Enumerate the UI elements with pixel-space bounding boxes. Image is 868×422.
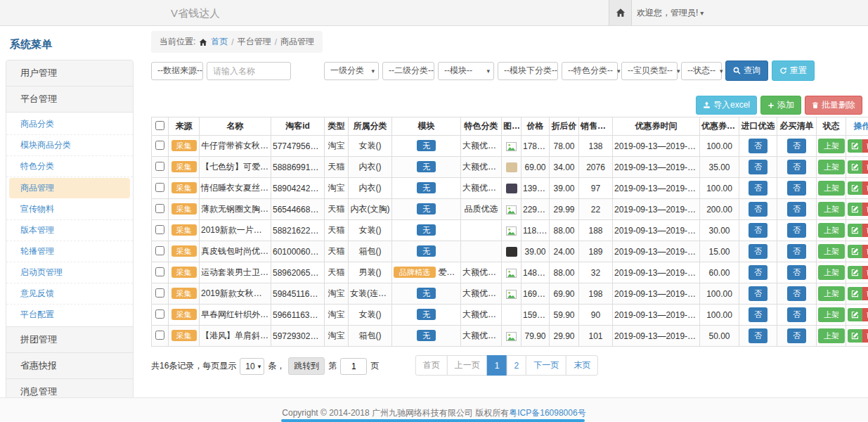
submenu-item-goods-management-active[interactable]: 商品管理 xyxy=(9,178,130,198)
icp-link[interactable]: 粤ICP备16098006号 xyxy=(509,408,585,418)
row-checkbox[interactable] xyxy=(155,204,164,213)
must-buy-toggle[interactable]: 否 xyxy=(787,181,806,196)
submenu-item-goods-category[interactable]: 商品分类 xyxy=(6,114,133,135)
status-button[interactable]: 上架 xyxy=(818,244,845,259)
import-select-toggle[interactable]: 否 xyxy=(749,223,767,238)
next-page-button[interactable]: 下一页 xyxy=(526,355,566,376)
per-page-select[interactable]: 10▾ xyxy=(240,358,264,375)
page-button-2[interactable]: 2 xyxy=(507,355,527,376)
reset-button[interactable]: 重置 xyxy=(772,60,815,81)
submenu-item-carousel[interactable]: 轮播管理 xyxy=(6,241,133,262)
submenu-item-platform-config[interactable]: 平台配置 xyxy=(6,305,133,325)
breadcrumb-home-link[interactable]: 首页 xyxy=(211,36,228,48)
delete-button[interactable] xyxy=(862,160,868,174)
last-page-button[interactable]: 末页 xyxy=(566,355,598,376)
sidebar-item-platform[interactable]: 平台管理 xyxy=(6,86,134,113)
row-checkbox[interactable] xyxy=(155,162,164,171)
horizontal-scrollbar-thumb[interactable] xyxy=(281,419,585,422)
user-menu[interactable]: 欢迎您，管理员!▾ xyxy=(637,0,704,26)
edit-button[interactable] xyxy=(848,181,862,195)
module-subcategory-select[interactable]: --模块下分类--▾ xyxy=(498,62,558,80)
submenu-item-splash[interactable]: 启动页管理 xyxy=(6,262,133,283)
delete-button[interactable] xyxy=(862,287,868,300)
delete-button[interactable] xyxy=(862,181,868,195)
sidebar-item-messages[interactable]: 消息管理 xyxy=(6,378,134,397)
status-button[interactable]: 上架 xyxy=(818,307,845,322)
row-checkbox[interactable] xyxy=(155,331,164,340)
select-all-checkbox[interactable] xyxy=(155,121,164,130)
row-checkbox[interactable] xyxy=(155,225,164,234)
import-select-toggle[interactable]: 否 xyxy=(749,265,767,280)
delete-button[interactable] xyxy=(862,245,868,258)
import-select-toggle[interactable]: 否 xyxy=(749,286,767,301)
delete-button[interactable] xyxy=(862,203,868,216)
must-buy-toggle[interactable]: 否 xyxy=(787,223,806,238)
submenu-item-version[interactable]: 版本管理 xyxy=(6,220,133,241)
import-excel-button[interactable]: 导入excel xyxy=(696,96,757,115)
must-buy-toggle[interactable]: 否 xyxy=(787,139,806,153)
row-checkbox[interactable] xyxy=(155,267,164,276)
sidebar-item-express-news[interactable]: 省惠快报 xyxy=(6,352,134,379)
import-select-toggle[interactable]: 否 xyxy=(749,139,767,153)
import-select-toggle[interactable]: 否 xyxy=(749,160,767,174)
submenu-item-module-goods-category[interactable]: 模块商品分类 xyxy=(6,135,133,156)
first-page-button[interactable]: 首页 xyxy=(415,355,448,376)
page-button-1[interactable]: 1 xyxy=(487,355,507,376)
status-button[interactable]: 上架 xyxy=(818,160,845,174)
delete-button[interactable] xyxy=(862,266,868,279)
edit-button[interactable] xyxy=(848,287,862,300)
edit-button[interactable] xyxy=(848,329,862,343)
status-button[interactable]: 上架 xyxy=(818,181,845,196)
submenu-item-feature-category[interactable]: 特色分类 xyxy=(6,156,133,177)
import-select-toggle[interactable]: 否 xyxy=(749,328,767,343)
import-select-toggle[interactable]: 否 xyxy=(749,202,767,217)
status-button[interactable]: 上架 xyxy=(818,286,845,301)
row-checkbox[interactable] xyxy=(155,309,164,319)
delete-button[interactable] xyxy=(862,308,868,321)
row-checkbox[interactable] xyxy=(155,288,164,298)
row-checkbox[interactable] xyxy=(155,183,164,192)
home-button[interactable] xyxy=(609,0,632,25)
edit-button[interactable] xyxy=(848,203,862,216)
status-button[interactable]: 上架 xyxy=(818,223,845,238)
level2-category-select[interactable]: --二级分类--▾ xyxy=(382,62,434,80)
delete-button[interactable] xyxy=(862,139,868,153)
must-buy-toggle[interactable]: 否 xyxy=(787,286,806,301)
module-select[interactable]: --模块--▾ xyxy=(438,62,494,80)
status-button[interactable]: 上架 xyxy=(818,265,845,280)
row-checkbox[interactable] xyxy=(155,141,164,150)
status-button[interactable]: 上架 xyxy=(818,139,845,153)
add-button[interactable]: 添加 xyxy=(760,96,801,115)
delete-button[interactable] xyxy=(862,329,868,343)
item-type-select[interactable]: --宝贝类型--▾ xyxy=(621,62,678,80)
edit-button[interactable] xyxy=(848,160,862,174)
jump-button[interactable]: 跳转到 xyxy=(288,357,325,375)
must-buy-toggle[interactable]: 否 xyxy=(787,265,806,280)
must-buy-toggle[interactable]: 否 xyxy=(787,202,806,217)
status-button[interactable]: 上架 xyxy=(818,202,845,217)
prev-page-button[interactable]: 上一页 xyxy=(447,355,488,376)
submenu-item-feedback[interactable]: 意见反馈 xyxy=(6,283,133,305)
import-select-toggle[interactable]: 否 xyxy=(749,244,767,259)
status-button[interactable]: 上架 xyxy=(818,328,845,343)
must-buy-toggle[interactable]: 否 xyxy=(787,307,806,322)
must-buy-toggle[interactable]: 否 xyxy=(787,244,806,259)
edit-button[interactable] xyxy=(848,308,862,321)
sidebar-item-groupbuy[interactable]: 拼团管理 xyxy=(6,326,134,353)
edit-button[interactable] xyxy=(848,245,862,258)
status-select[interactable]: --状态--▾ xyxy=(681,62,722,80)
data-source-select[interactable]: --数据来源--▾ xyxy=(151,62,203,80)
import-select-toggle[interactable]: 否 xyxy=(749,307,767,322)
import-select-toggle[interactable]: 否 xyxy=(749,181,767,196)
row-checkbox[interactable] xyxy=(155,246,164,255)
edit-button[interactable] xyxy=(848,266,862,279)
edit-button[interactable] xyxy=(848,224,862,237)
jump-page-input[interactable] xyxy=(340,358,367,375)
name-search-input[interactable] xyxy=(207,62,291,80)
search-button[interactable]: 查询 xyxy=(725,60,768,81)
must-buy-toggle[interactable]: 否 xyxy=(787,328,806,343)
submenu-item-promo-material[interactable]: 宣传物料 xyxy=(6,199,133,220)
sidebar-item-users[interactable]: 用户管理 xyxy=(6,60,134,87)
delete-button[interactable] xyxy=(862,224,868,237)
batch-delete-button[interactable]: 批量删除 xyxy=(805,96,862,115)
